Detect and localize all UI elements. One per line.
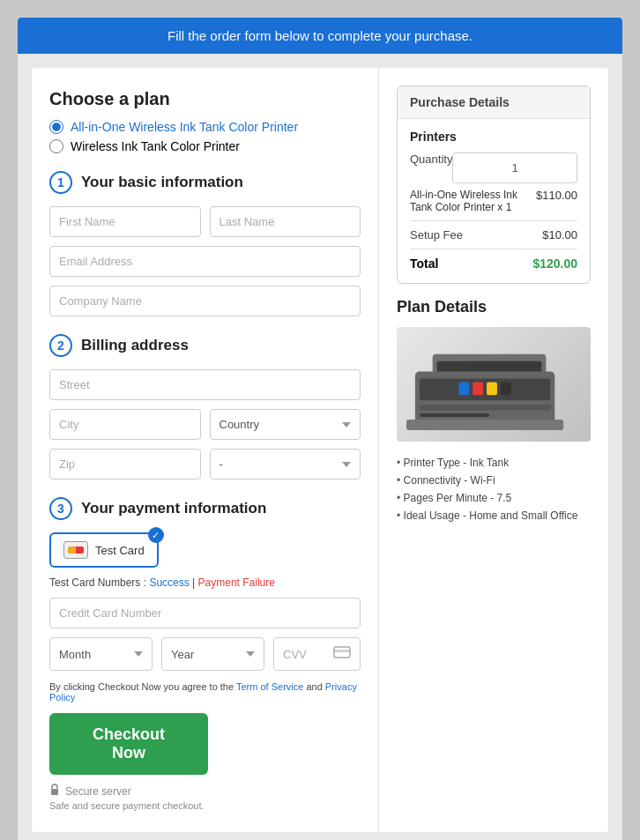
top-banner: Fill the order form below to complete yo… <box>18 18 622 54</box>
svg-rect-7 <box>420 378 550 400</box>
svg-rect-12 <box>420 405 550 410</box>
section1-title: Your basic information <box>81 174 243 191</box>
separator: | <box>190 576 198 589</box>
quantity-label: Quantity <box>410 152 452 166</box>
plan-radio-2[interactable] <box>49 139 63 153</box>
plan-feature-item: Pages Per Minute - 7.5 <box>397 489 591 507</box>
cc-field <box>49 598 361 628</box>
setup-fee-price: $10.00 <box>542 228 577 242</box>
right-panel: Purchase Details Printers Quantity All-i… <box>379 68 608 832</box>
plan-label-1: All-in-One Wireless Ink Tank Color Print… <box>71 120 298 134</box>
svg-rect-14 <box>406 420 563 430</box>
plan-feature-item: Ideal Usage - Home and Small Office <box>397 507 591 524</box>
section2-number: 2 <box>49 334 72 357</box>
cc-row <box>49 598 361 628</box>
product-price: $110.00 <box>536 189 577 202</box>
section3-header: 3 Your payment information <box>49 497 361 520</box>
left-panel: Choose a plan All-in-One Wireless Ink Ta… <box>32 68 379 832</box>
plan-radio-1[interactable] <box>49 120 63 134</box>
section3-number: 3 <box>49 497 72 520</box>
card-icon-inner <box>68 546 84 554</box>
last-name-field <box>210 206 361 237</box>
total-row: Total $120.00 <box>410 256 577 271</box>
credit-card-input[interactable] <box>49 598 361 628</box>
section2-header: 2 Billing address <box>49 334 361 357</box>
section3-title: Your payment information <box>81 500 266 517</box>
safe-text: Safe and secure payment checkout. <box>49 800 361 811</box>
failure-link[interactable]: Payment Failure <box>198 576 275 589</box>
street-input[interactable] <box>49 369 361 400</box>
plan-features-list: Printer Type - Ink TankConnectivity - Wi… <box>397 454 591 524</box>
secure-server-label: Secure server <box>65 785 131 798</box>
country-field: Country <box>210 409 361 440</box>
svg-rect-1 <box>334 650 350 652</box>
test-card-numbers: Test Card Numbers : Success | Payment Fa… <box>49 576 361 589</box>
cvv-field <box>273 637 361 671</box>
test-card-check-icon: ✓ <box>148 527 164 543</box>
city-input[interactable] <box>49 409 201 440</box>
svg-rect-9 <box>473 382 483 395</box>
month-select[interactable]: Month <box>49 637 153 671</box>
printer-image <box>397 327 591 442</box>
terms-text: By clicking Checkout Now you agree to th… <box>49 681 361 702</box>
divider1 <box>410 220 577 221</box>
company-input[interactable] <box>49 286 361 316</box>
section1-number: 1 <box>49 171 72 194</box>
test-card-prefix: Test Card Numbers : <box>49 576 149 589</box>
page-wrapper: Fill the order form below to complete yo… <box>18 18 622 840</box>
plan-feature-item: Connectivity - Wi-Fi <box>397 472 591 489</box>
country-select[interactable]: Country <box>210 409 361 440</box>
city-country-row: Country <box>49 409 361 440</box>
svg-rect-11 <box>501 382 511 395</box>
test-card-box[interactable]: Test Card ✓ <box>49 532 159 568</box>
plan-option-2[interactable]: Wireless Ink Tank Color Printer <box>49 139 361 153</box>
zip-input[interactable] <box>49 449 201 479</box>
purchase-details-box: Purchase Details Printers Quantity All-i… <box>397 85 591 284</box>
plan-label-2: Wireless Ink Tank Color Printer <box>71 139 240 153</box>
zip-state-row: - <box>49 449 361 479</box>
lock-icon <box>49 784 60 799</box>
test-card-label: Test Card <box>95 544 145 557</box>
svg-rect-13 <box>420 413 489 417</box>
name-row <box>49 206 361 237</box>
plan-option-1[interactable]: All-in-One Wireless Ink Tank Color Print… <box>49 120 361 134</box>
card-icon <box>63 541 88 559</box>
svg-rect-10 <box>487 382 497 395</box>
first-name-input[interactable] <box>49 206 201 237</box>
success-link[interactable]: Success <box>149 576 189 589</box>
banner-text: Fill the order form below to complete yo… <box>167 28 473 43</box>
last-name-input[interactable] <box>210 206 361 237</box>
quantity-row: Quantity <box>410 152 577 183</box>
checkout-button[interactable]: Checkout Now <box>49 713 208 775</box>
cvv-card-icon <box>333 646 351 662</box>
choose-plan-title: Choose a plan <box>49 89 361 109</box>
product-row: All-in-One Wireless Ink Tank Color Print… <box>410 189 577 213</box>
street-field <box>49 369 361 400</box>
terms-prefix: By clicking Checkout Now you agree to th… <box>49 681 236 692</box>
svg-rect-2 <box>51 789 58 795</box>
tos-link[interactable]: Term of Service <box>236 681 303 692</box>
quantity-input[interactable] <box>452 152 577 183</box>
printers-label: Printers <box>410 130 577 144</box>
email-input[interactable] <box>49 246 361 277</box>
state-select[interactable]: - <box>210 449 361 479</box>
secure-server: Secure server <box>49 784 361 799</box>
divider2 <box>410 249 577 249</box>
setup-fee-label: Setup Fee <box>410 228 542 242</box>
main-content: Choose a plan All-in-One Wireless Ink Ta… <box>32 68 608 832</box>
first-name-field <box>49 206 201 237</box>
payment-section: Test Card ✓ Test Card Numbers : Success … <box>49 532 361 671</box>
plan-details-title: Plan Details <box>397 298 591 316</box>
state-field: - <box>210 449 361 479</box>
product-label: All-in-One Wireless Ink Tank Color Print… <box>410 189 536 213</box>
email-field <box>49 246 361 277</box>
section2-title: Billing address <box>81 337 189 354</box>
purchase-details-title: Purchase Details <box>398 86 590 119</box>
email-row <box>49 246 361 277</box>
setup-fee-row: Setup Fee $10.00 <box>410 228 577 242</box>
year-select[interactable]: Year <box>161 637 264 671</box>
street-row <box>49 369 361 400</box>
total-value: $120.00 <box>532 256 577 271</box>
cvv-row: Month Year <box>49 637 361 671</box>
cvv-input[interactable] <box>283 648 333 661</box>
